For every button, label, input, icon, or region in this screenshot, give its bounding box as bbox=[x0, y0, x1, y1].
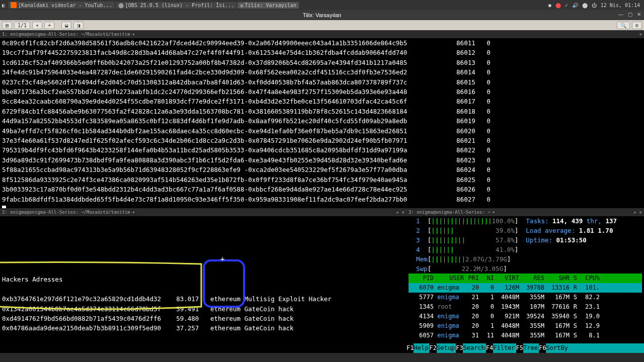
power-icon[interactable]: ⏻ bbox=[592, 3, 597, 8]
search-button[interactable]: 🔍 bbox=[617, 22, 630, 29]
pane-bl-add[interactable]: + bbox=[396, 210, 398, 215]
chevron-down-icon[interactable]: ▾ bbox=[493, 210, 495, 215]
split-right-button[interactable]: ◨ bbox=[73, 22, 84, 29]
taskbar-item-youtube[interactable]: [Kanaldaki videolar - YouTub... bbox=[8, 2, 115, 9]
tray-icon[interactable]: ✓ bbox=[565, 3, 568, 8]
tray-icon[interactable]: ⬤ bbox=[555, 3, 561, 8]
firefox-icon bbox=[11, 2, 17, 8]
tray-icon[interactable]: ● bbox=[548, 3, 551, 8]
terminal-top[interactable]: 0c89c6f1fc82cbf2d6a398d58561f36adb8c0421… bbox=[0, 38, 644, 208]
maximize-button[interactable]: ▢ bbox=[626, 11, 634, 18]
page-down-button[interactable]: ▾ bbox=[32, 22, 42, 29]
network-icon[interactable]: ⬤ bbox=[582, 3, 588, 8]
pane-br-close[interactable]: ✕ bbox=[639, 210, 642, 215]
crosshair-cursor: + bbox=[220, 254, 224, 264]
sidebar-button[interactable]: ▤ bbox=[2, 22, 12, 29]
pane-bl-close[interactable]: ✕ bbox=[402, 210, 405, 215]
close-button[interactable]: ✕ bbox=[635, 11, 643, 18]
pane-top-close[interactable]: ✕ bbox=[639, 32, 642, 37]
pane-br-title[interactable]: 3: enigma@enigma-All-Series: ~ bbox=[409, 210, 491, 215]
pane-bl-title[interactable]: 2: enigma@enigma-All-Series: ~/Masaüstü/… bbox=[2, 210, 130, 215]
pane-top-tab: 1: enigma@enigma-All-Series: ~/Masaüstü/… bbox=[0, 30, 644, 38]
obs-icon: ⬤ bbox=[118, 3, 124, 8]
desktop-panel: ◧ [Kanaldaki videolar - YouTub... ⬤[OBS … bbox=[0, 0, 644, 10]
page-indicator: 1/1 bbox=[14, 22, 30, 29]
pane-bottom-right: 3: enigma@enigma-All-Series: ~▾ + ✕ 1 [|… bbox=[407, 208, 644, 353]
pane-br-add[interactable]: + bbox=[633, 210, 636, 215]
taskbar-item-obs[interactable]: ⬤[OBS 25.0.5 (linux) - Profil: İsi... bbox=[116, 2, 237, 9]
tilix-toolbar: ▤ 1/1 ▾ + ⬓ ◨ 🔍 ⚙ bbox=[0, 20, 644, 30]
chevron-down-icon[interactable]: ▾ bbox=[132, 32, 135, 37]
chevron-down-icon[interactable]: ▾ bbox=[132, 210, 135, 215]
terminal-bottom-right-htop[interactable]: 1 [||||||||||||||||100.0%] Tasks: 114, 4… bbox=[407, 216, 644, 353]
split-down-button[interactable]: ⬓ bbox=[61, 22, 71, 29]
volume-icon[interactable]: 🔊 bbox=[572, 3, 578, 8]
app-menu-icon[interactable]: ◧ bbox=[0, 3, 7, 8]
terminal-bottom-left[interactable]: + Hackers Adresses 0xb3764761e297d6f121e… bbox=[0, 216, 407, 353]
pane-top-title[interactable]: 1: enigma@enigma-All-Series: ~/Masaüstü/… bbox=[2, 32, 130, 37]
settings-button[interactable]: ⚙ bbox=[632, 22, 642, 29]
taskbar-item-tilix[interactable]: ▣Tilix: Varsayılan bbox=[237, 2, 298, 9]
clock[interactable]: 12 Nis, 01:14 bbox=[601, 3, 640, 8]
window-title-bar: Tilix: Varsayılan — ▢ ✕ bbox=[0, 10, 644, 20]
terminal-icon: ▣ bbox=[240, 3, 243, 8]
window-title: Tilix: Varsayılan bbox=[303, 12, 341, 18]
add-button[interactable]: + bbox=[44, 22, 54, 29]
minimize-button[interactable]: — bbox=[617, 11, 625, 18]
pane-bottom-left: 2: enigma@enigma-All-Series: ~/Masaüstü/… bbox=[0, 208, 407, 353]
